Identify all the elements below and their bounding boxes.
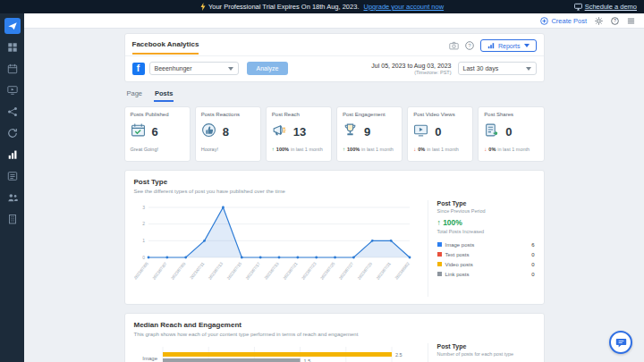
refresh-icon[interactable] — [4, 125, 21, 141]
svg-text:2023/07/17: 2023/07/17 — [244, 261, 260, 281]
svg-text:2023/07/27: 2023/07/27 — [338, 261, 354, 281]
stat-card-post-shares: Post Shares 0 ↓ 0% in last 1 month — [478, 106, 544, 162]
svg-text:0: 0 — [142, 255, 145, 260]
analytics-tabs: Page Posts — [126, 88, 543, 102]
analyze-button[interactable]: Analyze — [247, 62, 289, 75]
svg-text:2023/07/19: 2023/07/19 — [263, 261, 279, 281]
stat-note: Hooray! — [201, 147, 255, 152]
plus-circle-icon — [540, 17, 548, 25]
svg-text:2023/07/21: 2023/07/21 — [282, 261, 298, 281]
legend-item-text-posts: Text posts 0 — [437, 249, 535, 259]
stat-trend: ↑ 100% in last 1 month — [272, 147, 326, 152]
menu-icon[interactable] — [627, 17, 635, 25]
stat-value: 13 — [293, 125, 306, 139]
stat-value: 0 — [435, 125, 441, 139]
account-name: Beeenhunger — [155, 65, 192, 72]
median-summary-panel: Post Type Number of posts for each post … — [428, 343, 535, 362]
stat-label: Post Video Views — [413, 112, 467, 117]
video-icon — [413, 122, 428, 141]
post-type-legend: Image posts 6 Text posts 0 — [437, 240, 535, 279]
calendar-nav-icon[interactable] — [4, 61, 21, 77]
gear-icon[interactable] — [595, 17, 603, 25]
create-post-button[interactable]: Create Post — [540, 17, 587, 25]
trophy-icon — [343, 122, 358, 141]
svg-text:2023/07/13: 2023/07/13 — [208, 261, 224, 281]
media-monitor-icon[interactable] — [4, 82, 21, 98]
account-select[interactable]: Beeenhunger — [149, 62, 239, 75]
panel-title: Post Type — [437, 343, 535, 349]
svg-text:2.5: 2.5 — [395, 352, 402, 358]
paper-plane-icon[interactable] — [4, 18, 21, 34]
stats-row: Posts Published 6 Great Going! Posts Rea… — [124, 106, 545, 162]
period-select[interactable]: Last 30 days — [458, 62, 537, 75]
analytics-chart-icon[interactable] — [4, 147, 21, 163]
help-chat-button[interactable] — [609, 331, 632, 354]
svg-text:1.5: 1.5 — [303, 358, 310, 362]
stat-card-posts-published: Posts Published 6 Great Going! — [124, 106, 191, 162]
svg-text:?: ? — [468, 43, 471, 48]
demo-monitor-icon — [574, 3, 582, 11]
lightning-icon — [200, 3, 206, 11]
legend-swatch — [437, 272, 442, 276]
app-frame: Create Post ? Facebook Analytics — [0, 13, 644, 362]
svg-text:2023/07/11: 2023/07/11 — [189, 261, 205, 280]
trend-down-icon: ↓ — [484, 147, 487, 152]
stat-label: Posts Reactions — [201, 112, 255, 117]
chevron-down-icon — [526, 67, 531, 71]
tab-posts[interactable]: Posts — [154, 88, 174, 102]
reports-button[interactable]: Reports — [480, 39, 537, 52]
stat-value: 9 — [364, 125, 370, 139]
trend-note: Total Posts Increased — [437, 229, 535, 234]
trend-value: ↑ 100% — [437, 218, 535, 227]
trend-up-icon: ↑ — [272, 147, 275, 152]
legend-swatch — [437, 262, 442, 266]
panel-subtitle: Number of posts for each post type — [437, 351, 535, 357]
stat-value: 0 — [505, 125, 512, 139]
trend-down-icon: ↓ — [413, 147, 416, 152]
card-subtitle: See the different types of post you have… — [134, 189, 535, 194]
analytics-header-card: Facebook Analytics ? Reports — [124, 33, 545, 82]
stat-trend: ↑ 100% in last 1 month — [343, 147, 396, 152]
share-icon — [484, 122, 499, 141]
help-icon[interactable]: ? — [465, 41, 474, 50]
date-range-block: Jul 05, 2023 to Aug 03, 2023 (Timezone: … — [371, 63, 451, 75]
reports-label: Reports — [498, 43, 521, 49]
svg-text:2023/07/15: 2023/07/15 — [225, 261, 242, 281]
svg-text:?: ? — [614, 18, 616, 23]
schedule-demo-link[interactable]: Schedule a demo — [574, 0, 637, 13]
help-circle-icon[interactable]: ? — [611, 17, 619, 25]
panel-subtitle: Since Previous Period — [437, 208, 535, 214]
svg-text:2023/07/05: 2023/07/05 — [134, 261, 149, 281]
trial-banner-message: Your Professional Trial Expires On 18th … — [0, 3, 644, 11]
svg-text:3: 3 — [142, 205, 145, 210]
page-title: Facebook Analytics — [132, 40, 199, 55]
main-area: Create Post ? Facebook Analytics — [24, 13, 644, 362]
median-bar-chart: Image2.51.5Text — [134, 343, 417, 362]
chevron-down-icon — [228, 67, 233, 71]
create-post-label: Create Post — [551, 17, 587, 25]
building-icon[interactable] — [4, 211, 21, 227]
thumbs-up-icon — [201, 122, 216, 141]
stat-label: Post Engagement — [343, 112, 396, 117]
snapshot-camera-icon[interactable] — [449, 41, 459, 50]
users-icon[interactable] — [4, 189, 21, 206]
trend-up-icon: ↑ — [343, 147, 345, 152]
chevron-down-icon — [524, 44, 530, 47]
stat-card-posts-reactions: Posts Reactions 8 Hooray! — [195, 106, 261, 162]
chat-bubble-icon — [615, 337, 627, 349]
dashboard-grid-icon[interactable] — [4, 39, 21, 55]
feed-list-icon[interactable] — [4, 168, 21, 184]
trial-text: Your Professional Trial Expires On 18th … — [208, 3, 360, 11]
topbar: Create Post ? — [24, 13, 644, 29]
period-label: Last 30 days — [463, 65, 499, 72]
svg-text:2023/08/02: 2023/08/02 — [394, 261, 410, 281]
tab-page[interactable]: Page — [126, 88, 144, 102]
sidebar-nav — [0, 13, 24, 362]
upgrade-account-link[interactable]: Upgrade your account now — [363, 3, 444, 11]
card-subtitle: This graph shows how each of your conten… — [134, 332, 535, 337]
content: Facebook Analytics ? Reports — [24, 29, 644, 362]
trend-up-icon: ↑ — [437, 218, 441, 227]
legend-item-link-posts: Link posts 0 — [437, 269, 535, 279]
share-nodes-icon[interactable] — [4, 104, 21, 120]
card-title: Median Reach and Engagement — [134, 321, 535, 329]
